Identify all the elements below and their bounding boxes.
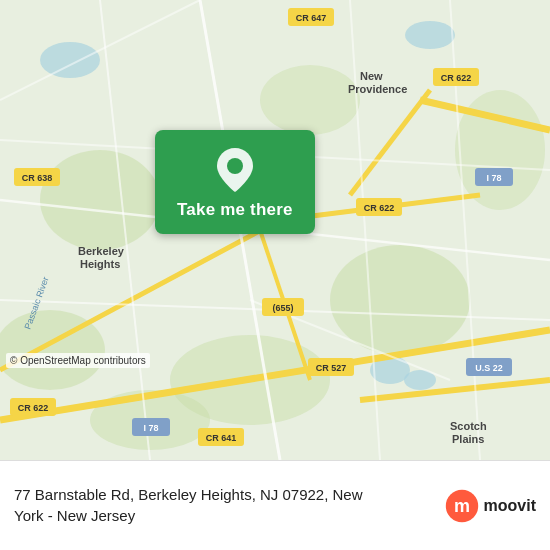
svg-point-2 [405,21,455,49]
svg-text:Berkeley: Berkeley [78,245,125,257]
svg-text:Scotch: Scotch [450,420,487,432]
address-line1: 77 Barnstable Rd, Berkeley Heights, NJ 0… [14,486,363,503]
svg-text:Plains: Plains [452,433,484,445]
svg-point-57 [227,158,243,174]
svg-text:CR 647: CR 647 [296,13,327,23]
svg-point-1 [40,42,100,78]
svg-text:m: m [454,496,470,516]
moovit-icon-svg: m [444,488,480,524]
address-line2: York - New Jersey [14,507,135,524]
moovit-text: moovit [484,497,536,515]
osm-copyright: © OpenStreetMap contributors [6,353,150,368]
map-container: CR 647 CR 622 CR 638 CR 622 I 78 (655) C… [0,0,550,460]
address-text: 77 Barnstable Rd, Berkeley Heights, NJ 0… [14,485,432,526]
svg-text:CR 622: CR 622 [364,203,395,213]
bottom-bar: 77 Barnstable Rd, Berkeley Heights, NJ 0… [0,460,550,550]
svg-text:CR 641: CR 641 [206,433,237,443]
svg-text:CR 622: CR 622 [18,403,49,413]
svg-text:New: New [360,70,383,82]
svg-text:CR 527: CR 527 [316,363,347,373]
svg-text:I 78: I 78 [486,173,501,183]
take-me-there-button[interactable]: Take me there [177,200,293,220]
svg-point-6 [330,245,470,355]
address-block: 77 Barnstable Rd, Berkeley Heights, NJ 0… [14,485,432,526]
svg-text:(655): (655) [272,303,293,313]
svg-text:CR 622: CR 622 [441,73,472,83]
svg-text:CR 638: CR 638 [22,173,53,183]
moovit-logo: m moovit [444,488,536,524]
map-pin-icon [217,148,253,192]
button-overlay: Take me there [155,130,315,234]
svg-text:U.S 22: U.S 22 [475,363,503,373]
svg-text:Heights: Heights [80,258,120,270]
svg-point-5 [40,150,160,250]
svg-point-11 [260,65,360,135]
svg-text:I 78: I 78 [143,423,158,433]
green-box: Take me there [155,130,315,234]
svg-text:Providence: Providence [348,83,407,95]
